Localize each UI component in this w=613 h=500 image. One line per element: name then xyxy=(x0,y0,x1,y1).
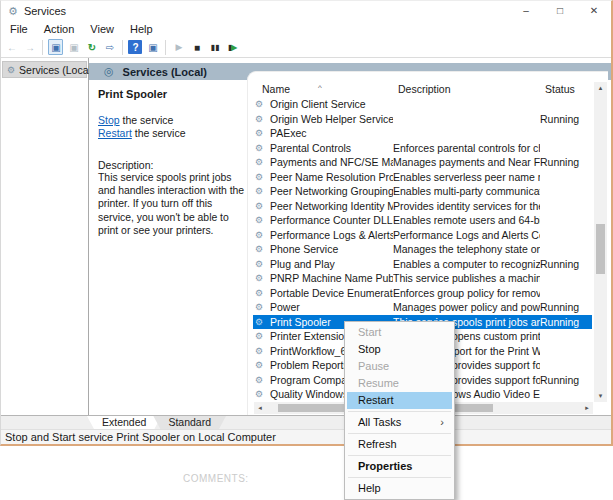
stop-service-link[interactable]: Stop xyxy=(98,114,120,126)
service-gear-icon: ⚙ xyxy=(253,126,270,141)
submenu-arrow-icon: › xyxy=(440,414,444,431)
sort-ascending-icon: ^ xyxy=(318,83,322,95)
description-label: Description: xyxy=(98,159,243,171)
Plug and Play[interactable]: ⚙Plug and Play Enables a computer to rec… xyxy=(253,257,592,272)
maximize-button[interactable]: □ xyxy=(543,1,577,21)
service-gear-icon: ⚙ xyxy=(253,199,270,214)
menu-separator xyxy=(348,477,451,478)
refresh-icon[interactable]: ↻ xyxy=(84,39,99,55)
service-gear-icon: ⚙ xyxy=(253,155,270,170)
Performance Logs & Alerts[interactable]: ⚙Performance Logs & Alerts Performance L… xyxy=(253,228,592,243)
Parental Controls[interactable]: ⚙Parental Controls Enforces parental con… xyxy=(253,141,592,156)
menu-pause[interactable]: Pause xyxy=(347,358,452,375)
tree-item-services-local[interactable]: ⚙ Services (Local) xyxy=(2,61,87,78)
back-icon[interactable]: ← xyxy=(4,39,19,55)
show-console-tree-icon[interactable]: ▣ xyxy=(48,39,63,55)
Peer Name Resolution Prot...[interactable]: ⚙Peer Name Resolution Prot... Enables se… xyxy=(253,170,592,185)
menu-stop[interactable]: Stop xyxy=(347,341,452,358)
Power[interactable]: ⚙Power Manages power policy and powe... … xyxy=(253,300,592,315)
services-circle-icon: ◎ xyxy=(104,65,114,78)
column-header-description[interactable]: Description xyxy=(398,83,545,95)
service-gear-icon: ⚙ xyxy=(253,228,270,243)
vertical-scroll-thumb[interactable] xyxy=(596,224,605,274)
pause-service-icon[interactable]: ▮▮ xyxy=(207,39,222,55)
status-bar: Stop and Start service Print Spooler on … xyxy=(1,429,611,444)
menu-action[interactable]: Action xyxy=(36,23,83,35)
properties-toolbar-icon[interactable]: ▣ xyxy=(66,39,81,55)
service-gear-icon: ⚙ xyxy=(253,184,270,199)
service-gear-icon: ⚙ xyxy=(253,271,270,286)
show-action-pane-icon[interactable]: ▣ xyxy=(145,39,160,55)
scroll-left-icon[interactable]: ◂ xyxy=(254,404,266,412)
service-gear-icon: ⚙ xyxy=(253,170,270,185)
PAExec[interactable]: ⚙PAExec xyxy=(253,126,592,141)
service-description: This service spools print jobs and handl… xyxy=(98,171,248,237)
service-gear-icon: ⚙ xyxy=(253,329,270,344)
minimize-button[interactable]: – xyxy=(509,1,543,21)
service-gear-icon: ⚙ xyxy=(253,286,270,301)
stop-service-icon[interactable]: ■ xyxy=(189,39,204,55)
Portable Device Enumerator...[interactable]: ⚙Portable Device Enumerator... Enforces … xyxy=(253,286,592,301)
vertical-scrollbar[interactable]: ▴ ▾ xyxy=(594,82,607,402)
Peer Networking Grouping[interactable]: ⚙Peer Networking Grouping Enables multi-… xyxy=(253,184,592,199)
service-gear-icon: ⚙ xyxy=(253,242,270,257)
scroll-down-icon[interactable]: ▾ xyxy=(599,390,603,402)
forward-icon[interactable]: → xyxy=(22,39,37,55)
pane-header-title: Services (Local) xyxy=(123,66,207,78)
service-info-panel: Print Spooler Stop the service Restart t… xyxy=(89,80,247,237)
service-gear-icon: ⚙ xyxy=(253,373,270,388)
menu-help-item[interactable]: Help xyxy=(347,480,452,497)
service-gear-icon: ⚙ xyxy=(253,300,270,315)
start-service-icon[interactable]: ▶ xyxy=(171,39,186,55)
Origin Web Helper Service[interactable]: ⚙Origin Web Helper Service Running xyxy=(253,112,592,127)
window-title: Services xyxy=(24,5,66,17)
restart-service-link[interactable]: Restart xyxy=(98,127,132,139)
tab-standard[interactable]: Standard xyxy=(153,416,226,429)
comments-label: COMMENTS: xyxy=(183,473,249,484)
restart-service-line: Restart the service xyxy=(98,127,243,140)
menu-help[interactable]: Help xyxy=(122,23,161,35)
toolbar-separator-icon xyxy=(122,40,123,55)
list-header: Name^ Description Status xyxy=(248,81,608,97)
column-header-name[interactable]: Name^ xyxy=(262,83,398,95)
page: ⚙ Services –□✕ FileActionViewHelp ←→▣▣↻⇨… xyxy=(0,0,613,500)
restart-service-icon[interactable]: ▮▶ xyxy=(225,39,240,55)
service-gear-icon: ⚙ xyxy=(253,344,270,359)
scroll-up-icon[interactable]: ▴ xyxy=(599,82,603,94)
Performance Counter DLL ...[interactable]: ⚙Performance Counter DLL ... Enables rem… xyxy=(253,213,592,228)
scroll-right-icon[interactable]: ▸ xyxy=(581,404,593,412)
stop-service-line: Stop the service xyxy=(98,114,243,127)
menu-separator xyxy=(348,433,451,434)
menu-restart[interactable]: Restart xyxy=(347,392,452,409)
Origin Client Service[interactable]: ⚙Origin Client Service xyxy=(253,97,592,112)
tab-extended[interactable]: Extended xyxy=(87,416,161,429)
menu-separator xyxy=(348,455,451,456)
toolbar-separator-icon xyxy=(165,40,166,55)
view-tabs: ExtendedStandard xyxy=(1,415,611,429)
selected-service-name: Print Spooler xyxy=(98,88,243,100)
menu-resume[interactable]: Resume xyxy=(347,375,452,392)
PNRP Machine Name Publi...[interactable]: ⚙PNRP Machine Name Publi... This service… xyxy=(253,271,592,286)
menu-refresh[interactable]: Refresh xyxy=(347,436,452,453)
menu-start[interactable]: Start xyxy=(347,324,452,341)
console-tree-pane: ⚙ Services (Local) xyxy=(1,58,89,415)
service-action-links: Stop the service Restart the service xyxy=(98,114,243,140)
export-list-icon[interactable]: ⇨ xyxy=(102,39,117,55)
Phone Service[interactable]: ⚙Phone Service Manages the telephony sta… xyxy=(253,242,592,257)
menu-properties[interactable]: Properties xyxy=(347,458,452,475)
menu-all-tasks[interactable]: All Tasks› xyxy=(347,414,452,431)
service-gear-icon: ⚙ xyxy=(253,141,270,156)
Payments and NFC/SE Man...[interactable]: ⚙Payments and NFC/SE Man... Manages paym… xyxy=(253,155,592,170)
help-icon[interactable]: ? xyxy=(128,40,142,54)
close-button[interactable]: ✕ xyxy=(577,1,611,21)
menu-view[interactable]: View xyxy=(82,23,122,35)
menu-file[interactable]: File xyxy=(2,23,36,35)
service-gear-icon: ⚙ xyxy=(253,358,270,373)
menu-separator xyxy=(348,411,451,412)
title-bar[interactable]: ⚙ Services –□✕ xyxy=(1,1,611,21)
Peer Networking Identity M...[interactable]: ⚙Peer Networking Identity M... Provides … xyxy=(253,199,592,214)
services-gear-icon: ⚙ xyxy=(7,65,15,75)
service-gear-icon: ⚙ xyxy=(253,315,270,330)
status-bar-text: Stop and Start service Print Spooler on … xyxy=(5,431,276,443)
toolbar: ←→▣▣↻⇨?▣▶■▮▮▮▶ xyxy=(1,37,611,58)
